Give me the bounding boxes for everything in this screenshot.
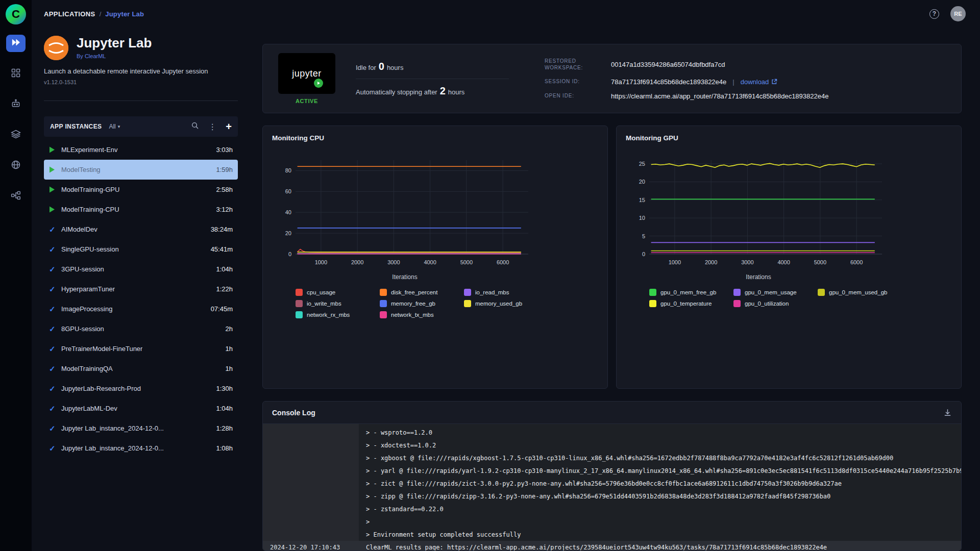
kebab-menu-icon[interactable]: ⋮ [208, 122, 216, 132]
instance-duration: 1:08h [211, 444, 233, 452]
svg-text:20: 20 [285, 230, 291, 236]
rail-item-projects[interactable] [6, 65, 26, 83]
legend-item[interactable]: cpu_usage [296, 289, 380, 296]
rail-item-hyper-datasets[interactable] [6, 157, 26, 174]
app-description: Launch a detachable remote interactive J… [44, 67, 238, 75]
legend-item[interactable]: gpu_0_utilization [733, 300, 818, 307]
completed-check-icon: ✓ [49, 344, 61, 354]
legend-label: gpu_0_mem_used_gb [829, 289, 887, 295]
legend-label: network_tx_mbs [391, 312, 434, 318]
instance-name: ModelTrainingQA [61, 365, 113, 372]
rail-item-datasets[interactable] [6, 127, 26, 144]
app-author-link[interactable]: By ClearML [77, 53, 152, 59]
download-workspace-link[interactable]: download [741, 78, 778, 86]
svg-text:15: 15 [639, 197, 645, 203]
cpu-monitoring-card: Monitoring CPU 1000200030004000500060000… [262, 126, 608, 389]
instance-row[interactable]: ✓SingleGPU-session45:41m [44, 239, 238, 259]
instance-row[interactable]: ✓JupyterLab-Research-Prod1:30h [44, 379, 238, 398]
instance-row[interactable]: ✓AIModelDev38:24m [44, 219, 238, 239]
legend-item[interactable]: memory_used_gb [464, 300, 548, 307]
running-play-icon [49, 166, 61, 173]
open-ide-label: OPEN IDE: [545, 92, 611, 99]
instance-duration: 3:03h [211, 146, 233, 154]
instance-row[interactable]: ✓JupyterLabML-Dev1:04h [44, 398, 238, 418]
add-instance-button[interactable]: + [226, 121, 232, 132]
legend-item[interactable]: memory_free_gb [380, 300, 464, 307]
log-text: ClearML results page: https://clearml-ap… [359, 544, 827, 551]
search-icon[interactable] [191, 121, 199, 132]
avatar[interactable]: RE [950, 6, 966, 21]
clearml-logo[interactable]: C [6, 4, 26, 24]
gpu-chart-xlabel: Iterations [626, 273, 891, 281]
legend-item[interactable]: disk_free_percent [380, 289, 464, 296]
log-line: > - wsproto==1.2.0 [263, 426, 961, 439]
instance-name: ModelTraining-GPU [61, 186, 119, 193]
gpu-chart-title: Monitoring GPU [626, 134, 952, 142]
completed-check-icon: ✓ [49, 305, 61, 314]
instance-row[interactable]: ✓PreTrainerModel-FineTuner1h [44, 339, 238, 359]
legend-swatch [380, 300, 387, 307]
chart-canvas[interactable]: 100020003000400050006000020406080 [272, 155, 537, 269]
instance-row[interactable]: ModelTesting1:59h [44, 160, 238, 180]
restored-workspace-label: RESTORED WORKSPACE: [545, 58, 611, 71]
instance-row[interactable]: MLExperiment-Env3:03h [44, 140, 238, 160]
instance-duration: 2:58h [211, 186, 233, 193]
instance-row[interactable]: ✓8GPU-session2h [44, 319, 238, 339]
breadcrumb-applications[interactable]: APPLICATIONS [44, 10, 95, 18]
robot-icon [11, 98, 21, 111]
session-id-value: 78a71713f6914c85b68dec1893822e4e [611, 78, 726, 86]
instance-duration: 1:30h [211, 385, 233, 392]
instance-row[interactable]: ✓Jupyter Lab_instance_2024-12-0...1:28h [44, 418, 238, 438]
instance-duration: 38:24m [206, 226, 233, 233]
console-log-output[interactable]: > - wsproto==1.2.0> - xdoctest==1.0.2> -… [263, 424, 961, 550]
legend-item[interactable]: io_read_mbs [464, 289, 548, 296]
legend-item[interactable]: io_write_mbs [296, 300, 380, 307]
instance-row[interactable]: ✓ModelTrainingQA1h [44, 359, 238, 379]
applications-icon [11, 37, 21, 49]
layers-icon [11, 129, 21, 141]
completed-check-icon: ✓ [49, 364, 61, 373]
cpu-chart-title: Monitoring CPU [272, 134, 598, 142]
instance-row[interactable]: ✓3GPU-session1:04h [44, 259, 238, 279]
legend-label: cpu_usage [307, 289, 335, 295]
log-timestamp: 2024-12-20 17:10:43 [263, 544, 359, 551]
completed-check-icon: ✓ [49, 424, 61, 433]
rail-item-applications[interactable] [6, 35, 26, 52]
chart-canvas[interactable]: 1000200030004000500060000510152025 [626, 155, 891, 269]
open-ide-url[interactable]: https://clearml.acme.ai/app_router/78a71… [611, 92, 946, 100]
log-text: > - zipp @ file:///rapids/zipp-3.16.2-py… [359, 493, 830, 500]
idle-unit: hours [387, 64, 404, 71]
chevron-down-icon: ▾ [118, 124, 120, 129]
play-status-icon [314, 79, 323, 88]
legend-label: io_read_mbs [475, 289, 509, 295]
legend-label: gpu_0_mem_usage [745, 289, 797, 295]
completed-check-icon: ✓ [49, 225, 61, 234]
legend-item[interactable]: gpu_0_temperature [649, 300, 733, 307]
log-text: > - wsproto==1.2.0 [359, 429, 432, 436]
legend-label: gpu_0_temperature [660, 300, 712, 307]
help-icon[interactable]: ? [929, 9, 939, 19]
instances-filter-dropdown[interactable]: All ▾ [109, 123, 120, 130]
legend-item[interactable]: gpu_0_mem_free_gb [649, 289, 733, 296]
instance-duration: 1h [220, 345, 233, 353]
rail-item-workers[interactable] [6, 96, 26, 113]
instance-row[interactable]: ✓ImageProcessing07:45m [44, 299, 238, 319]
instance-row[interactable]: ModelTraining-CPU3:12h [44, 199, 238, 219]
instance-name: 8GPU-session [61, 325, 104, 333]
instance-duration: 1h [220, 365, 233, 372]
legend-item[interactable]: gpu_0_mem_usage [733, 289, 818, 296]
log-text: > - zstandard==0.22.0 [359, 506, 444, 513]
cpu-chart-xlabel: Iterations [272, 273, 537, 281]
instance-row[interactable]: ModelTraining-GPU2:58h [44, 180, 238, 199]
pipelines-icon [11, 190, 21, 203]
legend-label: network_rx_mbs [307, 312, 350, 318]
download-log-button[interactable] [943, 408, 952, 417]
legend-item[interactable]: gpu_0_mem_used_gb [818, 289, 902, 296]
instance-duration: 3:12h [211, 206, 233, 213]
instance-row[interactable]: ✓Jupyter Lab_instance_2024-12-0...1:08h [44, 438, 238, 458]
instance-row[interactable]: ✓HyperparamTuner1:22h [44, 279, 238, 299]
legend-item[interactable]: network_rx_mbs [296, 311, 380, 318]
legend-item[interactable]: network_tx_mbs [380, 311, 464, 318]
rail-item-pipelines[interactable] [6, 188, 26, 205]
instance-name: PreTrainerModel-FineTuner [61, 345, 142, 353]
